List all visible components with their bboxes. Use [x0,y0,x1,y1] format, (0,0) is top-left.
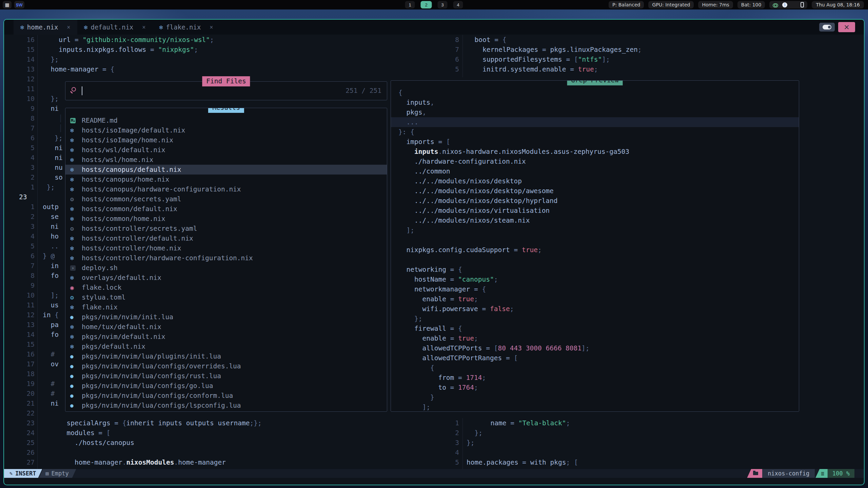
result-item[interactable]: ●pkgs/nvim/nvim/lua/configs/overrides.lu… [65,361,387,371]
nix-icon: ❄ [70,245,80,252]
result-item[interactable]: ❄hosts/controller/home.nix [65,243,387,253]
editor-right-bottom[interactable]: 1name = "Tela-black";2};3};45home.packag… [438,418,578,467]
result-item[interactable]: ❄hosts/isoImage/default.nix [65,125,387,135]
result-filename: hosts/common/default.nix [82,205,177,213]
result-item[interactable]: ❄hosts/wsl/default.nix [65,145,387,155]
result-filename: hosts/isoImage/home.nix [82,136,173,144]
result-item[interactable]: ❄hosts/canopus/default.nix [65,165,387,175]
nix-icon: ❄ [70,137,80,144]
lua-icon: ● [70,314,80,320]
topbar-module: Bat: 100 [737,1,765,8]
media-icon[interactable] [791,2,796,7]
lua-icon: ● [70,383,80,389]
result-item[interactable]: ❄pkgs/default.nix [65,342,387,351]
code-line: 24modules = [ [14,428,262,438]
preview-line: ./hardware-configuration.nix [391,157,799,166]
tab-close-icon[interactable]: × [210,24,213,30]
preview-line: } [391,392,799,402]
line-number: 3 [438,438,459,448]
result-item[interactable]: ❄pkgs/nvim/default.nix [65,332,387,342]
result-filename: pkgs/nvim/nvim/lua/plugins/init.lua [82,352,221,360]
result-item[interactable]: ●pkgs/nvim/nvim/init.lua [65,312,387,322]
tab-flake.nix[interactable]: ❄flake.nix× [153,20,220,35]
result-filename: pkgs/nvim/nvim/lua/configs/lspconfig.lua [82,402,241,409]
line-number: 10 [14,290,35,300]
result-item[interactable]: ●pkgs/nvim/nvim/lua/configs/go.lua [65,381,387,391]
result-item[interactable]: ❄hosts/isoImage/home.nix [65,135,387,145]
window-close-button[interactable]: × [838,22,855,32]
result-item[interactable]: ●pkgs/nvim/nvim/lua/configs/rust.lua [65,371,387,381]
file-label: Empty [51,470,68,477]
tab-default.nix[interactable]: ❄default.nix× [77,20,153,35]
clock[interactable]: Thu Aug 08, 18:16 [812,1,864,8]
result-item[interactable]: ❄overlays/default.nix [65,273,387,283]
nix-icon: ❄ [70,146,80,154]
lock-icon: ◉ [70,284,80,291]
nix-icon: ❄ [70,156,80,163]
window-toggle-switch[interactable] [819,23,835,32]
workspace-4[interactable]: 4 [453,1,463,8]
result-filename: README.md [82,117,118,124]
line-number: 9 [14,104,35,114]
workspace-1[interactable]: 1 [405,1,415,8]
result-item[interactable]: ●pkgs/nvim/nvim/lua/configs/conform.lua [65,391,387,401]
line-number: 27 [14,458,35,467]
tab-home.nix[interactable]: ❄home.nix× [14,20,77,35]
network-icon[interactable] [773,3,778,6]
workspace-2[interactable]: 2 [421,1,432,8]
find-files-prompt[interactable]: Find Files 251 / 251 [65,81,387,100]
result-item[interactable]: ›deploy.sh [65,263,387,273]
result-item[interactable]: ❄hosts/canopus/hardware-configuration.ni… [65,184,387,194]
result-item[interactable]: ⚙stylua.toml [65,292,387,302]
phone-icon[interactable] [801,2,804,7]
tab-close-icon[interactable]: × [67,24,70,30]
nix-icon: ❄ [70,186,80,193]
workspace-3[interactable]: 3 [438,1,448,8]
preview-line [391,255,799,265]
nix-icon: ❄ [70,235,80,242]
tab-list: ❄home.nix×❄default.nix×❄flake.nix× [14,20,220,35]
tab-close-icon[interactable]: × [142,24,145,30]
nix-icon: ❄ [70,205,80,212]
line-number: 26 [14,448,35,458]
line-number: 15 [14,340,35,349]
result-item[interactable]: ●pkgs/nvim/nvim/lua/plugins/init.lua [65,351,387,361]
line-number: 3 [14,163,35,172]
line-number: 5 [14,241,35,251]
result-item[interactable]: ❄flake.nix [65,302,387,312]
editor-right-top[interactable]: 8boot = {7kernelPackages = pkgs.linuxPac… [438,35,642,74]
result-item[interactable]: ❄hosts/canopus/home.nix [65,175,387,184]
result-filename: hosts/wsl/home.nix [82,156,153,164]
result-filename: hosts/wsl/default.nix [82,146,165,154]
repo-segment[interactable]: nixos-config [762,469,815,478]
nix-icon: ❄ [159,24,163,31]
result-filename: flake.nix [82,303,118,311]
result-item[interactable]: ❄hosts/controller/default.nix [65,233,387,243]
tabbar: ❄home.nix×❄default.nix×❄flake.nix× × [4,20,864,35]
line-number: 24 [14,428,35,438]
line-number: 22 [14,408,35,418]
result-item[interactable]: ❄hosts/controller/hardware-configuration… [65,253,387,263]
result-item[interactable]: ❄home/tux/default.nix [65,322,387,332]
grep-preview-panel: Grep Preview {inputs,pkgs,...}: {imports… [391,80,799,412]
result-item[interactable]: ⚙hosts/controller/secrets.yaml [65,224,387,233]
tab-label: flake.nix [166,23,201,31]
line-number: 3 [14,222,35,231]
lua-icon: ● [70,373,80,379]
result-item[interactable]: ⚙hosts/common/secrets.yaml [65,194,387,204]
bluetooth-icon[interactable] [782,2,787,7]
window-manager-badge[interactable]: $W [14,1,24,8]
result-item[interactable]: ❄hosts/common/home.nix [65,214,387,224]
line-number: 1 [14,182,35,192]
result-item[interactable]: ❄hosts/wsl/home.nix [65,155,387,165]
line-number: 25 [14,438,35,448]
result-item[interactable]: ❄hosts/common/default.nix [65,204,387,214]
result-item[interactable]: M↓README.md [65,116,387,125]
result-item[interactable]: ●pkgs/nvim/nvim/lua/configs/lspconfig.lu… [65,401,387,410]
lua-icon: ● [70,353,80,360]
result-item[interactable]: ◉flake.lock [65,283,387,292]
app-launcher-icon[interactable]: ▦ [3,1,12,8]
result-filename: pkgs/nvim/nvim/lua/configs/overrides.lua [82,362,241,370]
search-icon [72,87,76,92]
result-filename: flake.lock [82,284,121,291]
